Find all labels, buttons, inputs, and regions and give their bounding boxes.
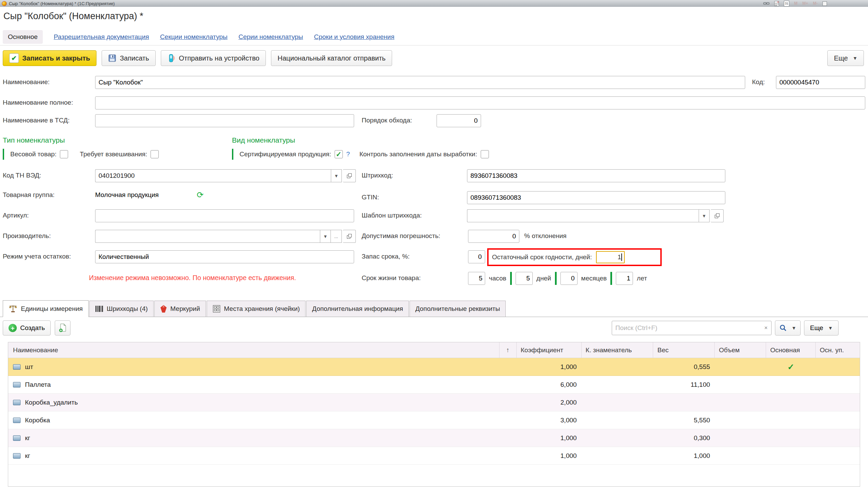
table-row[interactable]: кг 1,000 0,300 ✓	[8, 429, 860, 447]
tab-barcodes[interactable]: Шрихкоды (4)	[89, 301, 154, 317]
window-box-icon[interactable]	[822, 1, 827, 6]
calculator-icon[interactable]	[774, 1, 779, 6]
save-button[interactable]: Записать	[102, 50, 155, 66]
col-weight[interactable]: Вес	[653, 342, 715, 358]
refresh-icon[interactable]: ⟳	[197, 190, 204, 200]
table-row[interactable]: кг 1,000 1,000 ✓	[8, 447, 860, 465]
shelf-life-years-field[interactable]: 1	[616, 272, 633, 285]
search-button[interactable]: ▼	[775, 320, 801, 335]
barcode-template-open-icon[interactable]	[711, 209, 724, 222]
manufacturer-dropdown-button[interactable]: ▼	[320, 230, 331, 243]
tnved-field[interactable]: 0401201900	[95, 169, 331, 182]
plus-icon: +	[9, 324, 17, 332]
tsd-name-field[interactable]	[95, 114, 354, 127]
send-device-button[interactable]: Отправить на устройство	[161, 50, 266, 66]
tab-additional-info[interactable]: Дополнительная информация	[306, 301, 409, 317]
article-field[interactable]	[95, 209, 354, 222]
tab-storage-cells[interactable]: Места хранения (ячейки)	[207, 301, 306, 317]
table-row[interactable]: шт 1,000 0,555 ✓	[8, 358, 860, 376]
shelf-life-months-field[interactable]: 0	[560, 272, 578, 285]
unit-name: шт	[25, 363, 33, 371]
col-coef[interactable]: Коэффициент	[517, 342, 582, 358]
doc-plus-icon	[59, 324, 67, 332]
manufacturer-ellipsis-button[interactable]: ...	[331, 230, 342, 243]
national-catalog-button[interactable]: Национальный каталог отправить	[271, 50, 392, 66]
form-content: Сыр "Колобок" (Номенклатура) * Основное …	[0, 7, 868, 487]
product-group-label: Товарная группа:	[3, 191, 55, 199]
clear-search-icon[interactable]: ×	[761, 325, 771, 331]
sort-asc-icon[interactable]: ↑	[500, 342, 517, 358]
kind-section-title: Вид номенклатуры	[232, 136, 295, 144]
production-date-control-checkbox[interactable]: ✓	[481, 150, 489, 158]
requires-weighing-checkbox[interactable]: ✓	[151, 150, 159, 158]
walk-order-field[interactable]: 0	[437, 114, 481, 127]
link-icon[interactable]	[763, 1, 769, 6]
tsd-name-label: Наименование в ТСД:	[3, 117, 69, 124]
row-name: Наименование: Сыр "Колобок" Код: 0000004…	[0, 76, 868, 90]
barcode-field[interactable]: 8936071360083	[467, 169, 725, 182]
tolerance-field[interactable]: 0	[468, 230, 519, 243]
col-denom[interactable]: К. знаменатель	[582, 342, 653, 358]
unit-coef: 2,000	[517, 394, 582, 411]
main-unit-check-icon: ✓	[788, 362, 794, 372]
tab-permits[interactable]: Разрешительная документация	[54, 33, 149, 41]
weight-goods-checkbox[interactable]: ✓	[60, 150, 68, 158]
col-volume[interactable]: Объем	[715, 342, 766, 358]
green-divider	[510, 272, 512, 285]
certified-checkbox[interactable]: ✓	[335, 150, 343, 158]
col-name[interactable]: Наименование	[8, 342, 500, 358]
table-row[interactable]: Паллета 6,000 11,100 ✓	[8, 376, 860, 394]
save-check-icon: ✔	[9, 53, 19, 63]
stock-mode-field[interactable]: Количественный	[95, 250, 354, 263]
full-name-field[interactable]	[95, 96, 865, 109]
tab-mercury[interactable]: Меркурий	[154, 301, 206, 317]
tab-units[interactable]: Единицы измерения	[3, 300, 89, 317]
product-group-value[interactable]: Молочная продукция	[95, 191, 159, 199]
shelf-life-hours-field[interactable]: 5	[468, 272, 485, 285]
memory-m-minus-button[interactable]: M-	[813, 1, 818, 6]
name-field[interactable]: Сыр "Колобок"	[95, 76, 745, 89]
col-main[interactable]: Основная	[766, 342, 816, 358]
tnved-dropdown-button[interactable]: ▼	[331, 169, 342, 182]
calendar-icon[interactable]: 31	[784, 1, 789, 6]
units-more-button[interactable]: Еще▼	[804, 320, 839, 335]
create-copy-button[interactable]	[55, 320, 70, 335]
memory-m-button[interactable]: M	[794, 1, 798, 6]
tab-additional-attrs[interactable]: Дополнительные реквизиты	[410, 301, 506, 317]
gtin-field[interactable]: 08936071360083	[467, 191, 725, 204]
titlebar-service-icons: 31 M M+ M-	[763, 1, 827, 6]
bottom-tabstrip: Единицы измерения Шрихкоды (4) Меркурий …	[0, 300, 868, 317]
tab-series[interactable]: Серии номенклатуры	[238, 33, 303, 41]
tnved-open-icon[interactable]	[343, 169, 356, 182]
weight-goods-label: Весовой товар:	[10, 150, 56, 158]
code-label: Код:	[752, 78, 765, 86]
unit-denom	[582, 411, 653, 429]
tab-storage-terms[interactable]: Сроки и условия хранения	[314, 33, 394, 41]
manufacturer-field[interactable]	[95, 230, 320, 243]
tab-sections[interactable]: Секции номенклатуры	[160, 33, 228, 41]
search-input[interactable]	[612, 324, 761, 332]
save-close-button[interactable]: ✔ Записать и закрыть	[3, 50, 96, 66]
remaining-shelf-field[interactable]: 1	[596, 251, 625, 263]
unit-row-icon	[13, 364, 21, 370]
scales-icon	[9, 305, 17, 313]
more-button[interactable]: Еще▼	[827, 50, 864, 66]
table-row[interactable]: Коробка_удалить 2,000 ✓	[8, 394, 860, 411]
help-question-icon[interactable]: ?	[346, 150, 350, 158]
app-1c-icon	[2, 1, 7, 6]
term-reserve-field[interactable]: 0	[468, 250, 485, 263]
units-table-header: Наименование ↑ Коэффициент К. знаменател…	[8, 342, 860, 358]
col-pack[interactable]: Осн. уп.	[816, 342, 860, 358]
unit-volume	[715, 411, 766, 429]
create-button[interactable]: + Создать	[3, 320, 51, 335]
memory-m-plus-button[interactable]: M+	[802, 1, 808, 6]
shelf-life-days-field[interactable]: 5	[516, 272, 533, 285]
code-field[interactable]: 00000045470	[776, 76, 865, 89]
tab-main[interactable]: Основное	[3, 30, 43, 44]
manufacturer-open-icon[interactable]	[343, 230, 356, 243]
type-section-title: Тип номенклатуры	[3, 136, 65, 144]
barcode-template-field[interactable]	[467, 209, 699, 222]
app-window: Сыр "Колобок" (Номенклатура) * (1С:Предп…	[0, 0, 868, 487]
barcode-template-dropdown-button[interactable]: ▼	[699, 209, 710, 222]
table-row[interactable]: Коробка 3,000 5,550 ✓	[8, 411, 860, 429]
